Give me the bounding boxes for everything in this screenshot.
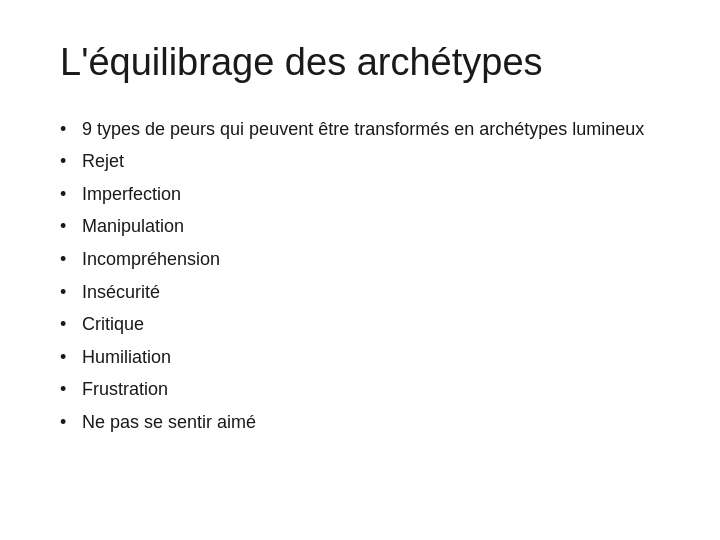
list-item: Frustration: [60, 374, 660, 405]
slide-content: 9 types de peurs qui peuvent être transf…: [60, 114, 660, 440]
slide: L'équilibrage des archétypes 9 types de …: [0, 0, 720, 540]
list-item: 9 types de peurs qui peuvent être transf…: [60, 114, 660, 145]
items-list: 9 types de peurs qui peuvent être transf…: [60, 114, 660, 438]
list-item: Insécurité: [60, 277, 660, 308]
list-item: Humiliation: [60, 342, 660, 373]
list-item: Manipulation: [60, 211, 660, 242]
slide-title: L'équilibrage des archétypes: [60, 40, 660, 86]
list-item: Rejet: [60, 146, 660, 177]
list-item: Ne pas se sentir aimé: [60, 407, 660, 438]
list-item: Imperfection: [60, 179, 660, 210]
list-item: Critique: [60, 309, 660, 340]
list-item: Incompréhension: [60, 244, 660, 275]
